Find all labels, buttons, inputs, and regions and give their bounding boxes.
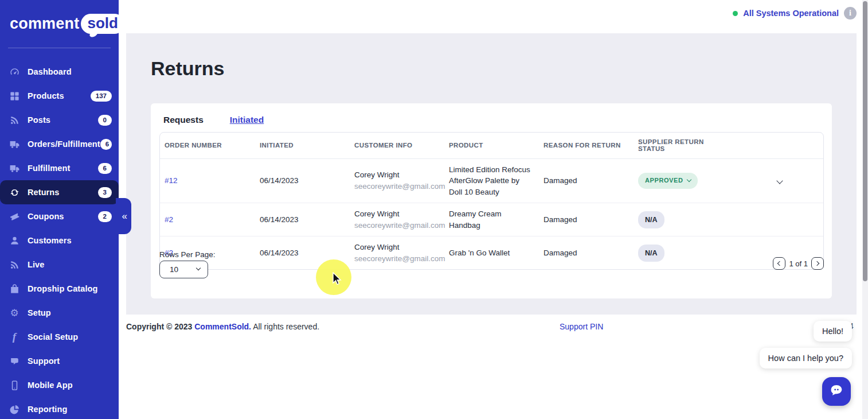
sync-icon	[9, 187, 20, 198]
rss-icon	[9, 259, 20, 270]
info-icon[interactable]: i	[844, 7, 857, 20]
collapse-chevrons-icon: «	[122, 211, 127, 222]
chat-bubbles-icon	[9, 355, 20, 367]
chat-greeting-bubble[interactable]: Hello!	[814, 321, 852, 342]
col-product: PRODUCT	[444, 133, 539, 158]
customer-name: Corey Wright	[354, 242, 439, 253]
supplier-status-dropdown[interactable]: APPROVED	[638, 173, 698, 189]
sidebar-item-label: Posts	[28, 115, 50, 125]
chevron-down-icon	[686, 177, 691, 182]
sidebar-item-label: Returns	[28, 188, 60, 197]
sidebar-item-live[interactable]: Live	[0, 253, 119, 277]
sidebar-item-customers[interactable]: Customers	[0, 228, 119, 253]
orders-count-badge: 6	[100, 139, 112, 150]
logo-text-comment: comment	[10, 15, 79, 33]
order-number-link[interactable]: #12	[165, 176, 178, 185]
customer-email: seecoreywrite@gmail.com	[354, 220, 439, 231]
pie-chart-icon	[9, 404, 20, 415]
mouse-cursor-icon	[331, 272, 343, 288]
truck-icon	[9, 138, 20, 150]
user-icon	[9, 235, 20, 246]
sidebar-item-support[interactable]: Support	[0, 349, 119, 373]
content-area: Returns Requests Initiated ORDER NUMBER …	[126, 33, 857, 315]
initiated-date: 06/14/2023	[255, 158, 350, 203]
sidebar-item-products[interactable]: Products 137	[0, 84, 119, 108]
bag-icon	[9, 283, 20, 294]
sidebar-item-setup[interactable]: ⚙ Setup	[0, 301, 119, 325]
topbar: All Systems Operational i	[119, 0, 868, 26]
expand-row-chevron-icon[interactable]	[776, 177, 783, 184]
posts-count-badge: 0	[98, 115, 112, 126]
status-label: APPROVED	[645, 176, 683, 185]
support-pin-link[interactable]: Support PIN	[560, 322, 603, 331]
chat-question-bubble[interactable]: How can I help you?	[760, 348, 852, 368]
system-status-link[interactable]: All Systems Operational	[743, 9, 839, 18]
product-name: Limited Edition Refocus AfterGlow Palett…	[444, 158, 539, 203]
copyright-prefix: Copyright © 2023	[126, 322, 194, 331]
sidebar: comment sold Dashboard Products 137 Post…	[0, 0, 119, 419]
chevron-right-icon	[815, 261, 819, 266]
phone-icon	[9, 379, 20, 391]
table-row: #2 06/14/2023 Corey Wright seecoreywrite…	[160, 236, 823, 270]
facebook-icon: f	[9, 331, 20, 343]
commentsold-logo[interactable]: comment sold	[0, 0, 119, 34]
sidebar-item-label: Coupons	[28, 212, 64, 221]
product-name: Dreamy Cream Handbag	[444, 203, 539, 236]
scrollbar-thumb[interactable]	[863, 1, 867, 281]
col-supplier-status: SUPPLIER RETURN STATUS	[634, 133, 737, 158]
coupons-count-badge: 2	[98, 211, 112, 222]
sidebar-item-posts[interactable]: Posts 0	[0, 108, 119, 132]
sidebar-item-label: Fulfillment	[28, 164, 70, 173]
chat-launcher-button[interactable]	[822, 377, 851, 406]
customer-email: seecoreywrite@gmail.com	[354, 253, 439, 265]
next-page-button[interactable]	[811, 257, 824, 270]
col-customer-info: CUSTOMER INFO	[350, 133, 444, 158]
col-initiated: INITIATED	[255, 133, 350, 158]
customer-name: Corey Wright	[354, 169, 439, 181]
gauge-icon	[9, 66, 20, 77]
chevron-down-icon	[196, 266, 201, 270]
prev-page-button[interactable]	[773, 257, 785, 270]
truck-icon	[9, 162, 20, 174]
sidebar-item-returns[interactable]: Returns 3	[0, 180, 119, 204]
sidebar-item-social-setup[interactable]: f Social Setup	[0, 325, 119, 349]
fulfillment-count-badge: 6	[98, 163, 112, 174]
sidebar-item-label: Live	[28, 260, 44, 269]
sidebar-item-label: Customers	[28, 236, 72, 245]
sidebar-item-reporting[interactable]: Reporting	[0, 397, 119, 419]
gear-icon: ⚙	[9, 307, 20, 319]
tab-bar: Requests Initiated	[151, 103, 832, 125]
footer: Copyright © 2023 CommentSold. All rights…	[119, 315, 868, 419]
sidebar-divider	[8, 48, 111, 48]
rows-per-page-select[interactable]: 10	[159, 261, 208, 278]
grid-icon	[9, 90, 20, 102]
products-count-badge: 137	[91, 91, 112, 102]
return-reason: Damaged	[539, 203, 634, 236]
sidebar-item-mobile-app[interactable]: Mobile App	[0, 373, 119, 397]
col-expand	[737, 133, 823, 158]
returns-count-badge: 3	[98, 187, 112, 198]
chevron-left-icon	[777, 261, 782, 266]
commentsold-footer-link[interactable]: CommentSold.	[194, 322, 251, 331]
customer-email: seecoreywrite@gmail.com	[354, 181, 439, 192]
pagination: 1 of 1	[773, 257, 824, 270]
sidebar-item-label: Orders/Fulfillment	[28, 139, 100, 149]
sidebar-item-fulfillment[interactable]: Fulfillment 6	[0, 156, 119, 180]
sidebar-item-label: Support	[28, 356, 60, 366]
sidebar-item-dashboard[interactable]: Dashboard	[0, 60, 119, 84]
order-number-link[interactable]: #2	[165, 215, 173, 224]
sidebar-item-orders-fulfillment[interactable]: Orders/Fulfillment 6	[0, 132, 119, 156]
chat-bubble-icon	[828, 382, 844, 401]
col-reason: REASON FOR RETURN	[539, 133, 634, 158]
rows-per-page-value: 10	[170, 265, 178, 274]
sidebar-item-coupons[interactable]: Coupons 2	[0, 204, 119, 228]
returns-table: ORDER NUMBER INITIATED CUSTOMER INFO PRO…	[159, 132, 824, 270]
sidebar-collapse-button[interactable]: «	[116, 198, 131, 234]
tab-requests[interactable]: Requests	[163, 115, 204, 125]
col-order-number: ORDER NUMBER	[160, 133, 255, 158]
sidebar-item-dropship-catalog[interactable]: Dropship Catalog	[0, 277, 119, 301]
tab-initiated[interactable]: Initiated	[230, 115, 264, 125]
product-name: Grab 'n Go Wallet	[444, 236, 539, 270]
customer-name: Corey Wright	[354, 208, 439, 220]
return-reason: Damaged	[539, 236, 634, 270]
